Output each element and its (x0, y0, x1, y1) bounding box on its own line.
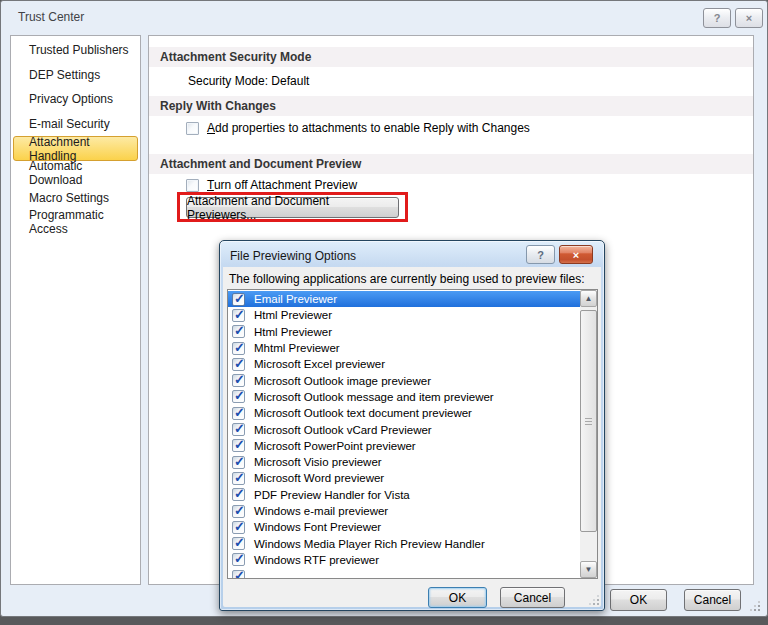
sidebar-item[interactable]: Programmatic Access (13, 210, 138, 235)
section-heading-attachment-security: Attachment Security Mode (149, 47, 753, 67)
attachment-previewers-button[interactable]: Attachment and Document Previewers... (186, 197, 399, 218)
close-icon: × (746, 12, 752, 24)
nested-help-button[interactable]: ? (526, 245, 555, 264)
sidebar-item[interactable]: Privacy Options (13, 87, 138, 112)
nested-ok-button[interactable]: OK (428, 587, 487, 608)
previewer-checkbox[interactable] (232, 439, 245, 452)
file-previewing-client-area: The following applications are currently… (223, 267, 601, 607)
turn-off-preview-checkbox[interactable] (186, 179, 199, 192)
previewer-label: Email Previewer (254, 293, 337, 305)
previewer-row[interactable]: Windows RTF previewer (228, 552, 580, 568)
previewer-row[interactable]: Microsoft PowerPoint previewer (228, 438, 580, 454)
nested-close-button[interactable]: × (559, 245, 593, 264)
previewer-checkbox[interactable] (232, 374, 245, 387)
previewer-checkbox[interactable] (232, 325, 245, 338)
previewer-row[interactable]: Microsoft Outlook image previewer (228, 372, 580, 388)
window-title: Trust Center (18, 10, 84, 24)
previewer-row[interactable]: Microsoft Visio previewer (228, 454, 580, 470)
arrow-up-icon: ▲ (585, 294, 593, 303)
previewer-checkbox[interactable] (232, 537, 245, 550)
previewer-row[interactable] (228, 568, 580, 578)
help-button[interactable]: ? (703, 8, 731, 28)
previewer-label: Microsoft Outlook text document previewe… (254, 407, 472, 419)
previewer-row[interactable]: Microsoft Outlook vCard Previewer (228, 421, 580, 437)
previewer-row[interactable]: Microsoft Excel previewer (228, 356, 580, 372)
resize-grip[interactable] (749, 600, 761, 612)
previewer-label: Html Previewer (254, 326, 332, 338)
turn-off-preview-label: Turn off Attachment Preview (207, 178, 357, 192)
nested-window-title: File Previewing Options (230, 249, 356, 263)
previewer-row[interactable]: Windows Media Player Rich Preview Handle… (228, 535, 580, 551)
previewer-checkbox[interactable] (232, 488, 245, 501)
previewer-label: Windows RTF previewer (254, 554, 379, 566)
previewer-checkbox[interactable] (232, 553, 245, 566)
previewer-checkbox[interactable] (232, 570, 245, 578)
previewer-row[interactable]: Microsoft Outlook text document previewe… (228, 405, 580, 421)
previewer-checkbox[interactable] (232, 521, 245, 534)
previewer-row[interactable]: Html Previewer (228, 307, 580, 323)
previewer-row[interactable]: Windows Font Previewer (228, 519, 580, 535)
sidebar-item-label: DEP Settings (29, 68, 100, 82)
scrollbar: ▲ ▼ (580, 290, 597, 578)
previewer-row[interactable]: Email Previewer (228, 291, 580, 307)
close-icon: × (573, 249, 579, 261)
sidebar-item[interactable]: Trusted Publishers (13, 38, 138, 63)
previewer-checkbox[interactable] (232, 342, 245, 355)
ok-button[interactable]: OK (610, 589, 667, 611)
section-heading-attachment-preview: Attachment and Document Preview (149, 154, 753, 174)
previewer-label: Microsoft Word previewer (254, 472, 384, 484)
sidebar-item-label: Trusted Publishers (29, 43, 129, 57)
previewer-label: Microsoft Excel previewer (254, 358, 385, 370)
previewer-checkbox[interactable] (232, 407, 245, 420)
sidebar-item-label: Automatic Download (29, 159, 137, 187)
previewer-label: Microsoft Outlook image previewer (254, 375, 431, 387)
previewer-checkbox[interactable] (232, 309, 245, 322)
close-button[interactable]: × (735, 8, 763, 28)
previewer-label: Microsoft Outlook message and item previ… (254, 391, 494, 403)
security-mode-status: Security Mode: Default (188, 74, 309, 88)
previewer-checkbox[interactable] (232, 505, 245, 518)
previewer-row[interactable]: Windows e-mail previewer (228, 503, 580, 519)
previewer-row[interactable]: PDF Preview Handler for Vista (228, 487, 580, 503)
previewer-label: PDF Preview Handler for Vista (254, 489, 410, 501)
turn-off-preview-checkbox-row[interactable]: Turn off Attachment Preview (186, 178, 357, 192)
sidebar-item[interactable]: Macro Settings (13, 186, 138, 211)
arrow-down-icon: ▼ (585, 565, 593, 574)
previewer-checkbox[interactable] (232, 293, 245, 306)
previewer-checkbox[interactable] (232, 472, 245, 485)
sidebar-item[interactable]: Attachment Handling (13, 136, 138, 161)
help-icon: ? (714, 12, 721, 24)
previewer-row[interactable]: Microsoft Word previewer (228, 470, 580, 486)
previewer-row[interactable]: Html Previewer (228, 324, 580, 340)
previewer-row[interactable]: Mhtml Previewer (228, 340, 580, 356)
nested-cancel-button[interactable]: Cancel (500, 587, 565, 608)
previewer-label: Html Previewer (254, 309, 332, 321)
add-properties-checkbox-row[interactable]: Add properties to attachments to enable … (186, 121, 530, 135)
trust-center-titlebar[interactable]: Trust Center ? × (1, 1, 767, 33)
previewer-checkbox[interactable] (232, 390, 245, 403)
previewer-row[interactable]: Microsoft Outlook message and item previ… (228, 389, 580, 405)
previewer-label: Microsoft PowerPoint previewer (254, 440, 416, 452)
add-properties-label: Add properties to attachments to enable … (207, 121, 530, 135)
file-previewing-options-dialog: File Previewing Options ? × The followin… (219, 240, 605, 611)
previewers-description: The following applications are currently… (229, 272, 585, 286)
scroll-down-button[interactable]: ▼ (580, 561, 597, 578)
previewers-listbox: Email Previewer Html Previewer Html Prev… (227, 289, 598, 579)
sidebar-item-label: Programmatic Access (29, 208, 137, 236)
previewer-label: Microsoft Outlook vCard Previewer (254, 424, 432, 436)
sidebar-item[interactable]: DEP Settings (13, 63, 138, 88)
section-heading-reply-with-changes: Reply With Changes (149, 96, 753, 116)
previewers-list: Email Previewer Html Previewer Html Prev… (228, 291, 580, 578)
previewer-checkbox[interactable] (232, 358, 245, 371)
add-properties-checkbox[interactable] (186, 122, 199, 135)
sidebar-item-label: Privacy Options (29, 92, 113, 106)
previewer-checkbox[interactable] (232, 423, 245, 436)
nested-resize-grip[interactable] (588, 594, 600, 606)
scrollbar-thumb[interactable] (580, 310, 597, 532)
sidebar-item[interactable]: Automatic Download (13, 161, 138, 186)
sidebar-item[interactable]: E-mail Security (13, 112, 138, 137)
scroll-up-button[interactable]: ▲ (580, 290, 597, 307)
previewer-label: Mhtml Previewer (254, 342, 340, 354)
previewer-checkbox[interactable] (232, 456, 245, 469)
cancel-button[interactable]: Cancel (684, 589, 741, 611)
